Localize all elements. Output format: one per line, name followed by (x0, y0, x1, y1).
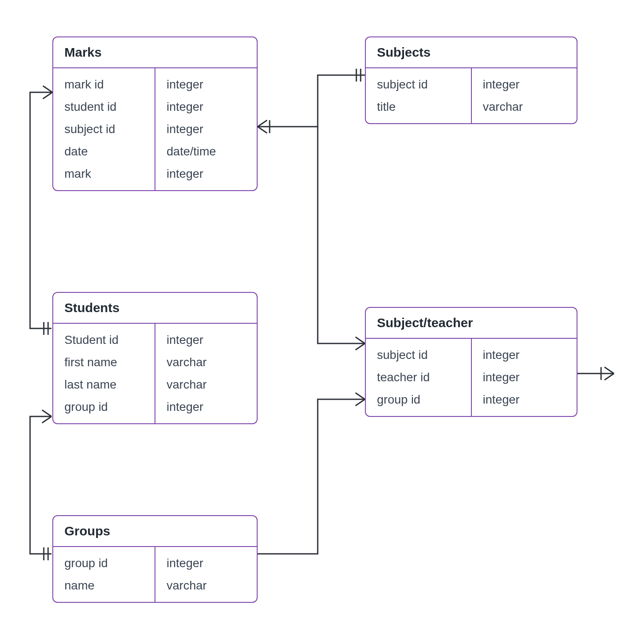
entity-subjects-types: integer varchar (472, 68, 577, 123)
field-type: integer (155, 552, 257, 574)
entity-subject-teacher: Subject/teacher subject id teacher id gr… (365, 307, 577, 417)
field-name: name (53, 574, 155, 597)
field-type: integer (472, 366, 577, 389)
field-name: student id (53, 96, 155, 118)
entity-students-title: Students (53, 293, 257, 324)
entity-groups-types: integer varchar (155, 547, 257, 602)
field-type: varchar (155, 374, 257, 396)
entity-marks-title: Marks (53, 37, 257, 68)
field-name: teacher id (366, 366, 471, 389)
field-type: date/time (155, 140, 257, 163)
entity-subjects: Subjects subject id title integer varcha… (365, 36, 577, 124)
field-name: group id (53, 396, 155, 418)
field-name: subject id (366, 73, 471, 96)
field-type: varchar (155, 574, 257, 597)
field-type: integer (472, 389, 577, 411)
field-type: integer (472, 73, 577, 96)
entity-groups: Groups group id name integer varchar (52, 515, 258, 603)
entity-marks-fields: mark id student id subject id date mark (53, 68, 155, 190)
entity-marks: Marks mark id student id subject id date… (52, 36, 258, 191)
entity-marks-types: integer integer integer date/time intege… (155, 68, 257, 190)
field-name: last name (53, 374, 155, 396)
field-type: integer (155, 96, 257, 118)
field-name: Student id (53, 329, 155, 351)
entity-students-types: integer varchar varchar integer (155, 324, 257, 423)
field-type: integer (472, 344, 577, 366)
field-type: integer (155, 396, 257, 418)
field-name: date (53, 140, 155, 163)
entity-subject-teacher-fields: subject id teacher id group id (366, 339, 472, 416)
entity-groups-title: Groups (53, 516, 257, 547)
entity-subjects-fields: subject id title (366, 68, 472, 123)
field-type: varchar (472, 96, 577, 118)
field-name: title (366, 96, 471, 118)
field-name: first name (53, 351, 155, 374)
field-name: mark (53, 163, 155, 185)
field-name: group id (366, 389, 471, 411)
entity-students-fields: Student id first name last name group id (53, 324, 155, 423)
entity-subjects-title: Subjects (366, 37, 577, 68)
entity-subject-teacher-types: integer integer integer (472, 339, 577, 416)
field-type: integer (155, 118, 257, 140)
field-type: integer (155, 329, 257, 351)
field-type: varchar (155, 351, 257, 374)
field-name: subject id (53, 118, 155, 140)
field-name: group id (53, 552, 155, 574)
entity-subject-teacher-title: Subject/teacher (366, 308, 577, 339)
field-name: mark id (53, 73, 155, 96)
entity-students: Students Student id first name last name… (52, 292, 258, 424)
field-type: integer (155, 163, 257, 185)
entity-groups-fields: group id name (53, 547, 155, 602)
field-name: subject id (366, 344, 471, 366)
field-type: integer (155, 73, 257, 96)
